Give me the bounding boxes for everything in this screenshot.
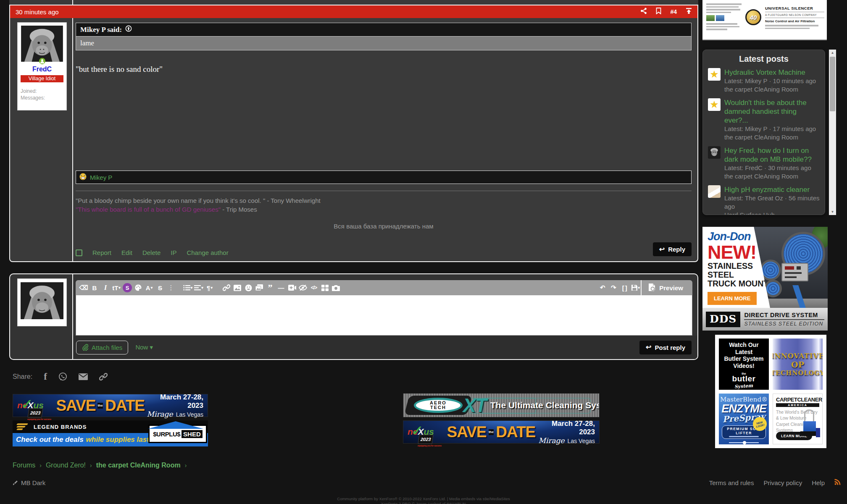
platform-credit[interactable]: Community platform by XenForo® © 2010-20… [0,496,847,501]
scroll-down-arrow[interactable]: ▼ [829,209,836,215]
avatar[interactable] [21,281,63,320]
alignment-icon[interactable]: ▾ [193,282,204,294]
facebook-share-icon[interactable]: f [44,373,47,381]
preview-button[interactable]: Preview [641,280,690,295]
quote-block: Mikey P said: lame [76,23,692,50]
signature-user-link[interactable]: Mikey P [90,174,112,181]
select-post-checkbox[interactable] [76,249,82,256]
nexus-banner-ad[interactable]: neXus ✓ 2023 equipping you for success S… [13,394,208,417]
addon-credit[interactable]: XenPorta 2 PRO © Jason Axelrod of 8WAYRU… [0,501,847,504]
reply-arrow-icon: ↩ [646,345,651,350]
latest-post-item[interactable]: Hey Fred, how do I turn on dark mode on … [708,146,820,181]
email-share-icon[interactable] [79,373,88,380]
sidebar-scrollbar[interactable]: ▲ ▼ [829,50,836,215]
font-family-icon[interactable]: A▾ [144,282,155,294]
author-username[interactable]: FredC [21,66,63,73]
remove-format-icon[interactable]: ⌫ [78,282,89,294]
thread-forum[interactable]: the carpet CleAning Room [724,85,820,94]
delete-link[interactable]: Delete [142,249,160,256]
jump-to-top-icon[interactable] [686,8,692,16]
font-size-icon[interactable]: tT▾ [111,282,122,294]
thread-forum[interactable]: the carpet CleAning Room [724,133,820,142]
post-time-selector[interactable]: Now ▾ [135,344,153,351]
innovative-op-ad[interactable]: INNOVATIVE OP TECHNOLOGY [773,339,823,390]
scroll-up-arrow[interactable]: ▲ [829,50,836,56]
thread-title[interactable]: Wouldn't this be about the damned handie… [724,98,820,125]
edit-link[interactable]: Edit [121,249,132,256]
masterblend-ad[interactable]: MasterBlend® ENZYME PreSpray NEWLOOK! PR… [719,394,769,445]
undo-icon[interactable]: ↶ [597,282,608,294]
text-color-icon[interactable] [133,282,144,294]
breadcrumb-forums[interactable]: Forums [13,462,35,469]
carp etcleaner-ad[interactable]: CARPETCLEANER AMERICA The World's Best D… [773,394,823,445]
list-icon[interactable]: ▾ [182,282,193,294]
terms-link[interactable]: Terms and rules [709,479,754,486]
ip-link[interactable]: IP [171,249,176,256]
butler-ad[interactable]: Watch Our Latest Butler System Videos! t… [719,339,769,390]
post-number[interactable]: #4 [670,8,677,15]
drafts-icon[interactable]: ▾ [630,282,641,294]
media-embed-icon[interactable] [287,282,297,294]
attach-files-button[interactable]: Attach files [76,341,128,354]
quote-icon[interactable]: ” [265,282,276,294]
thread-forum[interactable]: the carpet CleAning Room [724,172,820,181]
reply-text-input[interactable] [76,295,692,336]
aerotech-banner-ad[interactable]: AEROTECH XT The Ultimate Cleaning System [403,393,600,417]
thread-forum[interactable]: Hard Surface Hub [724,211,820,215]
camera-attach-icon[interactable] [330,282,341,294]
code-icon[interactable]: </> [308,282,319,294]
breadcrumb-ground-zero[interactable]: Ground Zero! [46,462,86,469]
whatsapp-share-icon[interactable] [58,372,67,381]
jondon-ad[interactable]: Jon-Don NEW! STAINLESS STEEL TRUCK MOUNT… [702,227,828,331]
signature-attr-2: - Trip Moses [222,206,257,213]
thread-title[interactable]: Hey Fred, how do I turn on dark mode on … [724,146,820,164]
spoiler-eye-slash-icon[interactable] [297,282,308,294]
latest-post-item[interactable]: ★ Wouldn't this be about the damned hand… [708,98,820,142]
smilies-icon[interactable] [243,282,254,294]
breadcrumb-current-forum[interactable]: the carpet CleAning Room [96,462,181,469]
rss-icon[interactable] [834,479,841,486]
learn-more-button[interactable]: LEARN MORE [708,292,757,305]
report-link[interactable]: Report [92,249,111,256]
nexus-banner-ad-2[interactable]: neXus ✓ 2023 equipping you for success S… [403,420,600,444]
copy-link-share-icon[interactable] [99,373,108,381]
table-icon[interactable] [319,282,330,294]
latest-post-item[interactable]: ★ Hydraulic Vortex Machine Latest: Mikey… [708,68,820,94]
paragraph-format-icon[interactable]: ¶▾ [204,282,215,294]
bookmark-icon[interactable] [656,8,661,16]
help-link[interactable]: Help [812,479,825,486]
dds-strip: DDS DIRECT DRIVE SYSTEM STAINLESS STEEL … [702,308,828,331]
thread-title[interactable]: Hydraulic Vortex Machine [724,68,820,77]
bbcode-icon[interactable]: [ ] [619,282,630,294]
bold-icon[interactable]: B [89,282,100,294]
special-style-icon[interactable]: S [122,282,133,294]
main-column: 30 minutes ago #4 [9,0,698,469]
aerotech-logo: AEROTECH [404,396,472,415]
privacy-link[interactable]: Privacy policy [763,479,802,486]
silencer-magazine-ad[interactable]: 40 UNIVERSAL SILENCER A FLEETGUARD NELSO… [702,0,827,40]
go-to-quoted-post-icon[interactable] [125,25,132,34]
style-chooser[interactable]: MB Dark [13,479,45,486]
scrollbar-thumb[interactable] [830,57,835,111]
special-style-glyph: S [123,283,132,292]
insert-image-icon[interactable] [232,282,243,294]
post-timestamp[interactable]: 30 minutes ago [16,8,59,16]
reply-button[interactable]: ↩ Reply [653,242,692,256]
more-options-icon[interactable]: ⋮ [166,282,176,294]
cleaning-machine-graphic [798,410,820,441]
thread-title[interactable]: High pH enyzmatic cleaner [724,185,820,194]
horizontal-rule-icon[interactable]: — [276,282,287,294]
italic-icon[interactable]: I [100,282,111,294]
share-icon[interactable] [640,8,647,16]
strikethrough-icon[interactable]: S [155,282,166,294]
avatar[interactable] [21,26,63,62]
forum-page: 30 minutes ago #4 [0,0,847,504]
change-author-link[interactable]: Change author [187,249,228,256]
insert-link-icon[interactable] [221,282,232,294]
dds-subtitle: STAINLESS STEEL EDITION [744,321,824,327]
latest-post-item[interactable]: High pH enyzmatic cleaner Latest: The Gr… [708,185,820,215]
redo-icon[interactable]: ↷ [608,282,619,294]
post-reply-button[interactable]: ↩ Post reply [639,341,692,354]
surplus-shed-logo[interactable]: $URPLU$SHED [148,425,207,443]
gallery-embed-icon[interactable] [254,282,265,294]
